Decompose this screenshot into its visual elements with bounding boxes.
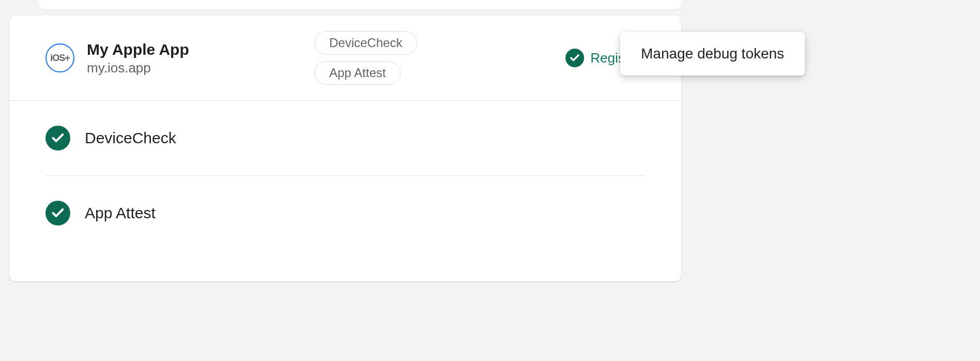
app-header[interactable]: iOS+ My Apple App my.ios.app DeviceCheck… [9,16,681,101]
check-icon [45,126,70,151]
ios-platform-icon-label: iOS+ [50,53,70,64]
chip-appattest: App Attest [314,61,401,85]
ios-platform-icon: iOS+ [45,43,74,72]
app-info: My Apple App my.ios.app [87,40,252,76]
context-menu: Manage debug tokens [620,32,805,76]
provider-row-devicecheck[interactable]: DeviceCheck [45,101,645,176]
app-title: My Apple App [87,40,252,59]
check-icon [45,201,70,225]
providers-list: DeviceCheck App Attest [9,101,681,250]
check-icon [565,49,584,67]
menu-item-manage-debug-tokens[interactable]: Manage debug tokens [641,46,784,62]
provider-name: DeviceCheck [85,129,176,147]
app-card: iOS+ My Apple App my.ios.app DeviceCheck… [9,16,681,281]
provider-name: App Attest [85,204,156,222]
provider-row-appattest[interactable]: App Attest [45,176,645,250]
provider-chips: DeviceCheck App Attest [314,31,417,85]
app-bundle-id: my.ios.app [87,60,252,76]
prev-card-sliver [39,0,681,9]
chip-devicecheck: DeviceCheck [314,31,417,55]
